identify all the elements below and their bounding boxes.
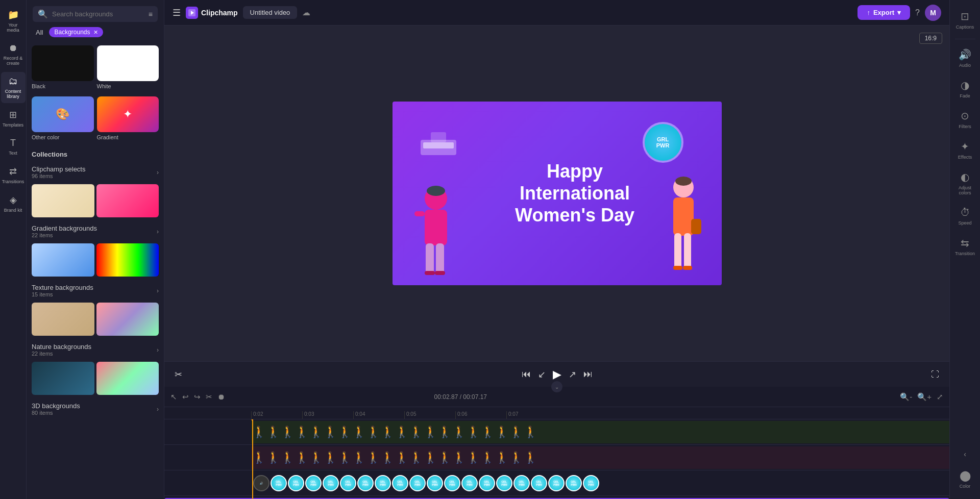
zoom-out-button[interactable]: 🔍-	[900, 392, 912, 402]
thumb-colorful-gradient[interactable]	[96, 243, 159, 277]
swatch-other-color[interactable]: 🎨	[32, 96, 94, 132]
thumb-tan-texture[interactable]	[32, 303, 94, 336]
track-background: 🎨 Background	[164, 496, 949, 499]
texture-backgrounds-thumbs	[32, 303, 159, 336]
filters-button[interactable]: ⊙ Filters	[951, 105, 979, 134]
filter-all-button[interactable]: All	[33, 28, 46, 37]
filter-active-tag[interactable]: Backgrounds ✕	[49, 27, 103, 37]
color-button[interactable]: ⬤ Color	[951, 464, 979, 494]
crop-button[interactable]: ✂	[175, 369, 182, 380]
zoom-in-button[interactable]: 🔍+	[917, 392, 932, 402]
chevron-right-icon-2: ›	[157, 228, 159, 235]
svg-rect-10	[436, 243, 444, 274]
record-timeline-button[interactable]: ⏺	[217, 392, 225, 401]
thumb-pink-pattern[interactable]	[96, 184, 159, 217]
thumb-beige[interactable]	[32, 184, 94, 217]
swatch-white[interactable]	[97, 45, 159, 81]
rewind-button[interactable]: ↙	[538, 369, 546, 380]
collection-3d-backgrounds-header[interactable]: 3D backgrounds 80 items ›	[32, 400, 159, 418]
hamburger-menu[interactable]: ☰	[173, 7, 181, 18]
sidebar-item-brand-kit[interactable]: ◈ Brand kit	[1, 190, 26, 217]
collection-clipchamp-selects-header[interactable]: Clipchamp selects 96 items ›	[32, 163, 159, 181]
fade-button[interactable]: ◑ Fade	[951, 74, 979, 104]
person-icon: 🚶	[438, 427, 452, 438]
svg-point-14	[675, 177, 692, 186]
person-icon: 🚶	[366, 452, 380, 463]
sidebar-item-record-create[interactable]: ⏺ Record & create	[1, 39, 26, 70]
skip-forward-button[interactable]: ⏭	[583, 369, 593, 380]
orange-figures-content[interactable]: 🚶 🚶 🚶 🚶 🚶 🚶 🚶 🚶 🚶 🚶 🚶 🚶 🚶 🚶 🚶 🚶	[251, 421, 949, 443]
thumb-blue-gradient[interactable]	[32, 243, 94, 277]
avatar[interactable]: M	[925, 5, 941, 21]
transition-button[interactable]: ⇆ Transition	[951, 232, 979, 261]
collection-texture-backgrounds-header[interactable]: Texture backgrounds 15 items ›	[32, 282, 159, 300]
export-button[interactable]: ↑ Export ▾	[857, 5, 910, 20]
sidebar-item-transitions[interactable]: ⇄ Transitions	[1, 162, 26, 188]
badges-content[interactable]: 🔊 GRLPWR GRLPWR GRLPWR GRLPWR GRLPWR GRL…	[251, 472, 949, 494]
sidebar-item-templates[interactable]: ⊞ Templates	[1, 105, 26, 132]
ruler-mark-002: 0:02	[251, 411, 302, 419]
chevron-right-icon-5: ›	[157, 406, 159, 413]
grl-pwr-badge-18: GRLPWR	[566, 475, 582, 491]
captions-button[interactable]: ⊡ Captions	[951, 5, 979, 35]
fullscreen-button[interactable]: ⛶	[931, 370, 939, 379]
background-track-content[interactable]: 🎨 Background	[164, 496, 949, 499]
person-icon: 🚶	[438, 452, 452, 463]
person-icon: 🚶	[252, 452, 266, 463]
thumb-dark-nature[interactable]	[32, 362, 94, 395]
svg-rect-20	[683, 266, 692, 270]
collection-texture-backgrounds: Texture backgrounds 15 items ›	[32, 282, 159, 336]
undo-button[interactable]: ↩	[182, 392, 189, 402]
topbar-right: ↑ Export ▾ ? M	[857, 5, 941, 21]
redo-button[interactable]: ↪	[194, 392, 201, 402]
sidebar-item-your-media[interactable]: 📁 Your media	[1, 5, 26, 37]
thumb-colorful-texture[interactable]	[96, 303, 159, 336]
person-icon: 🚶	[295, 452, 309, 463]
collection-gradient-backgrounds-header[interactable]: Gradient backgrounds 22 items ›	[32, 222, 159, 240]
svg-rect-7	[425, 210, 447, 245]
swatch-gradient[interactable]: ✦	[97, 96, 159, 132]
filter-remove-button[interactable]: ✕	[93, 29, 98, 36]
adjust-colors-button[interactable]: ◐ Adjust colors	[951, 166, 979, 201]
sidebar-item-text[interactable]: T Text	[1, 134, 26, 160]
speed-icon: ⏱	[960, 207, 970, 218]
grl-pwr-badge-9: GRLPWR	[409, 475, 426, 491]
person-icon: 🚶	[524, 452, 537, 463]
sidebar-item-content-library[interactable]: 🗂 Content library	[1, 72, 26, 103]
svg-rect-12	[435, 271, 445, 275]
person-icon: 🚶	[281, 452, 295, 463]
cut-button[interactable]: ✂	[206, 392, 212, 402]
filter-button[interactable]: ≡	[149, 10, 153, 18]
person-icon: 🚶	[266, 452, 280, 463]
thumb-colorful-nature[interactable]	[96, 362, 159, 395]
svg-rect-4	[431, 132, 446, 142]
grl-pwr-badge-6: GRLPWR	[357, 475, 374, 491]
fade-icon: ◑	[961, 79, 969, 91]
grl-pwr-badge-7: GRLPWR	[375, 475, 391, 491]
person-icon: 🚶	[324, 427, 337, 438]
collection-nature-backgrounds: Nature backgrounds 22 items ›	[32, 341, 159, 395]
speed-button[interactable]: ⏱ Speed	[951, 202, 979, 231]
help-button[interactable]: ?	[915, 8, 920, 17]
effects-button[interactable]: ✦ Effects	[951, 135, 979, 165]
timeline: ↖ ↩ ↪ ✂ ⏺ 00:02.87 / 00:07.17 🔍- 🔍+ ⤢ 0:…	[164, 387, 949, 499]
clipchamp-selects-thumbs	[32, 184, 159, 217]
fit-timeline-button[interactable]: ⤢	[937, 392, 943, 402]
gradient-backgrounds-thumbs	[32, 243, 159, 277]
pink-figures-content[interactable]: 🚶 🚶 🚶 🚶 🚶 🚶 🚶 🚶 🚶 🚶 🚶 🚶 🚶 🚶 🚶 🚶	[251, 446, 949, 469]
video-title-button[interactable]: Untitled video	[243, 6, 298, 19]
select-tool-button[interactable]: ↖	[170, 392, 177, 402]
expand-timeline-button[interactable]: ⌄	[551, 381, 562, 392]
swatch-black[interactable]	[32, 45, 94, 81]
collapse-right-panel-button[interactable]: ‹	[951, 445, 979, 463]
search-box: 🔍 ≡	[33, 6, 158, 22]
person-icon: 🚶	[281, 427, 295, 438]
forward-button[interactable]: ↗	[569, 369, 576, 380]
timeline-time-display: 00:02.87 / 00:07.17	[434, 393, 487, 401]
collection-nature-backgrounds-header[interactable]: Nature backgrounds 22 items ›	[32, 341, 159, 359]
play-button[interactable]: ▶	[553, 368, 561, 381]
audio-button[interactable]: 🔊 Audio	[951, 43, 979, 73]
person-icon: 🚶	[424, 452, 437, 463]
skip-back-button[interactable]: ⏮	[522, 369, 531, 380]
search-input[interactable]	[52, 10, 144, 18]
